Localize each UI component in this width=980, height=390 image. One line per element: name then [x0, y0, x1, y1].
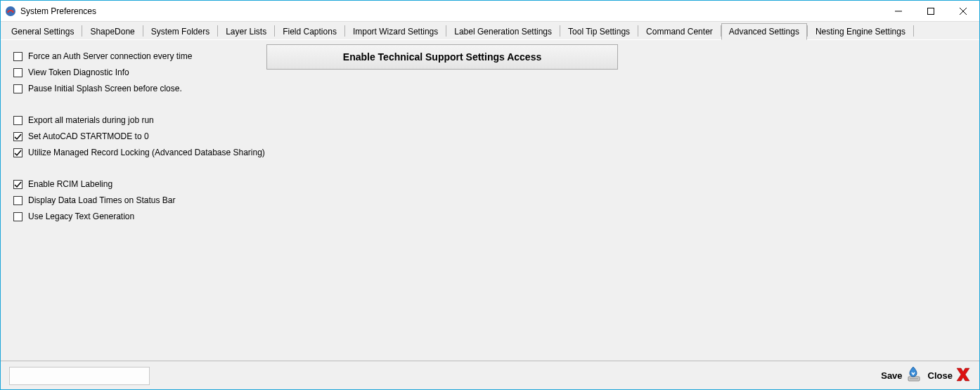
maximize-button[interactable] — [915, 1, 947, 22]
window-close-button[interactable] — [947, 1, 979, 22]
checkbox-label: Set AutoCAD STARTMODE to 0 — [28, 131, 149, 141]
tab-system-folders[interactable]: System Folders — [143, 23, 217, 39]
checkbox-label: Utilize Managed Record Locking (Advanced… — [28, 148, 265, 157]
checkbox-row: Enable RCIM Labeling — [13, 176, 967, 192]
checkbox-label: Display Data Load Times on Status Bar — [28, 195, 175, 205]
tab-tool-tip-settings[interactable]: Tool Tip Settings — [560, 23, 638, 39]
checkbox-label: Enable RCIM Labeling — [28, 179, 112, 189]
checkbox-row: Pause Initial Splash Screen before close… — [13, 81, 967, 96]
save-button[interactable]: Save — [879, 364, 923, 387]
status-box — [9, 367, 150, 385]
checkbox-row: Utilize Managed Record Locking (Advanced… — [13, 145, 967, 160]
checkbox-pause-splash[interactable] — [13, 84, 22, 93]
svg-rect-2 — [928, 8, 934, 14]
enable-tech-support-label: Enable Technical Support Settings Access — [343, 51, 541, 63]
checkbox-view-token-diag[interactable] — [13, 68, 22, 77]
minimize-button[interactable] — [882, 1, 915, 22]
save-label: Save — [881, 370, 902, 381]
checkbox-row: Set AutoCAD STARTMODE to 0 — [13, 129, 967, 144]
close-button[interactable]: Close — [927, 364, 974, 387]
save-icon — [904, 365, 922, 386]
close-icon — [954, 365, 972, 386]
checkbox-enable-rcim-labeling[interactable] — [13, 180, 22, 189]
checkbox-label: View Token Diagnostic Info — [28, 67, 129, 77]
enable-tech-support-button[interactable]: Enable Technical Support Settings Access — [266, 44, 618, 70]
tab-shapedone[interactable]: ShapeDone — [82, 23, 142, 39]
tab-advanced-settings[interactable]: Advanced Settings — [721, 23, 807, 40]
tab-field-captions[interactable]: Field Captions — [275, 23, 344, 39]
tab-content-advanced: Enable Technical Support Settings Access… — [1, 40, 979, 360]
checkbox-row: Export all materials during job run — [13, 112, 967, 128]
tab-nesting-engine-settings[interactable]: Nesting Engine Settings — [808, 23, 913, 39]
checkbox-row: Display Data Load Times on Status Bar — [13, 193, 967, 208]
tab-layer-lists[interactable]: Layer Lists — [218, 23, 274, 39]
checkbox-force-auth[interactable] — [13, 52, 22, 61]
tab-import-wizard-settings[interactable]: Import Wizard Settings — [345, 23, 446, 39]
checkbox-row: Use Legacy Text Generation — [13, 209, 967, 224]
checkbox-label: Force an Auth Server connection every ti… — [28, 51, 192, 61]
close-label: Close — [928, 370, 953, 381]
tab-label-generation-settings[interactable]: Label Generation Settings — [446, 23, 560, 39]
footer: Save Close — [1, 361, 979, 389]
tab-general-settings[interactable]: General Settings — [4, 23, 82, 39]
app-icon — [5, 6, 16, 17]
checkbox-label: Pause Initial Splash Screen before close… — [28, 84, 182, 93]
titlebar: System Preferences — [1, 1, 979, 22]
checkbox-export-materials[interactable] — [13, 116, 22, 125]
checkbox-label: Export all materials during job run — [28, 115, 154, 125]
tabstrip: General Settings ShapeDone System Folder… — [1, 22, 979, 40]
window-title: System Preferences — [20, 6, 96, 16]
checkbox-autocad-startmode[interactable] — [13, 132, 22, 141]
checkbox-legacy-text-gen[interactable] — [13, 212, 22, 221]
checkbox-display-load-times[interactable] — [13, 196, 22, 205]
tab-command-center[interactable]: Command Center — [638, 23, 721, 39]
checkbox-managed-record-locking[interactable] — [13, 148, 22, 157]
svg-rect-6 — [910, 378, 918, 379]
checkbox-label: Use Legacy Text Generation — [28, 212, 134, 221]
